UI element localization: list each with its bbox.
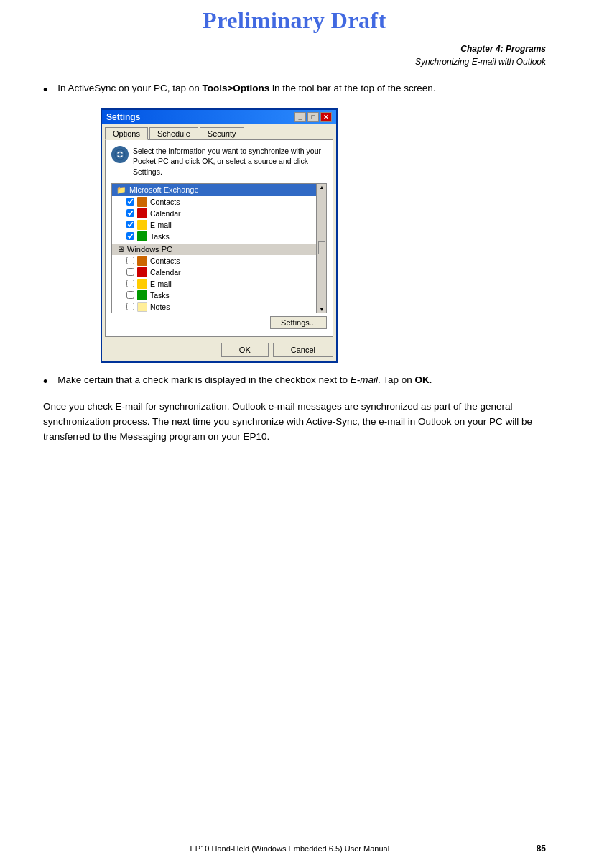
page-footer: EP10 Hand-Held (Windows Embedded 6.5) Us… <box>0 839 589 854</box>
dialog-tabs: Options Schedule Security <box>102 124 336 139</box>
win-dialog: Settings _ □ ✕ Options Schedule Security <box>101 108 338 363</box>
exchange-calendar: Calendar <box>112 208 316 219</box>
group-pc-label: Windows PC <box>127 245 172 254</box>
bullet2-text-after: . Tap on <box>378 374 415 385</box>
pc-calendar: Calendar <box>112 267 316 278</box>
pc-email: E-mail <box>112 278 316 290</box>
exchange-contacts-checkbox[interactable] <box>126 198 134 206</box>
bullet1-bold: Tools>Options <box>202 83 269 93</box>
bullet2-text-end: . <box>430 374 432 385</box>
dialog-buttons: OK Cancel <box>102 340 336 361</box>
close-button[interactable]: ✕ <box>320 112 332 122</box>
bullet-text-1: In ActiveSync on your PC, tap on Tools>O… <box>57 81 546 96</box>
pc-notes: Notes <box>112 301 316 313</box>
exchange-calendar-label: Calendar <box>150 209 181 218</box>
sync-list: 📁 Microsoft Exchange Contacts Calendar <box>111 183 317 313</box>
exchange-email-label: E-mail <box>150 221 172 229</box>
contacts-icon <box>137 197 147 207</box>
folder-icon-pc: 🖥 <box>116 245 124 254</box>
pc-email-checkbox[interactable] <box>126 280 134 287</box>
bullet-dot-2: • <box>43 374 47 390</box>
body-paragraph: Once you check E-mail for synchronizatio… <box>43 400 546 445</box>
bullet2-text-before: Make certain that a check mark is displa… <box>57 374 350 385</box>
bullet1-text-after: in the tool bar at the top of the screen… <box>269 83 435 93</box>
group-windows-pc: 🖥 Windows PC <box>112 244 316 255</box>
footer-page-number: 85 <box>537 844 546 854</box>
email-icon <box>137 220 147 230</box>
exchange-email-checkbox[interactable] <box>126 221 134 228</box>
scroll-thumb[interactable] <box>318 241 325 254</box>
exchange-calendar-checkbox[interactable] <box>126 209 134 217</box>
sync-list-wrapper: 📁 Microsoft Exchange Contacts Calendar <box>111 183 327 313</box>
pc-tasks-label: Tasks <box>150 291 170 300</box>
tab-options[interactable]: Options <box>105 127 148 140</box>
pc-notes-label: Notes <box>150 303 170 311</box>
settings-btn-area: Settings... <box>111 313 327 331</box>
pc-email-icon <box>137 279 147 289</box>
pc-contacts-label: Contacts <box>150 257 180 265</box>
page: Preliminary Draft Chapter 4: Programs Sy… <box>0 0 589 868</box>
exchange-tasks-label: Tasks <box>150 232 170 241</box>
settings-button[interactable]: Settings... <box>270 316 327 329</box>
scroll-down-arrow[interactable]: ▼ <box>320 307 325 312</box>
tasks-icon <box>137 231 147 241</box>
minimize-button[interactable]: _ <box>294 112 306 122</box>
pc-contacts: Contacts <box>112 255 316 267</box>
info-text-area: Select the information you want to synch… <box>111 146 327 177</box>
bullet1-text-before: In ActiveSync on your PC, tap on <box>57 83 202 93</box>
chapter-line1: Chapter 4: Programs <box>43 42 546 55</box>
pc-tasks-checkbox[interactable] <box>126 291 134 299</box>
bullet2-bold: OK <box>415 374 430 385</box>
exchange-contacts: Contacts <box>112 196 316 208</box>
maximize-button[interactable]: □ <box>307 112 319 122</box>
tab-security[interactable]: Security <box>200 127 244 139</box>
group-exchange-label: Microsoft Exchange <box>129 185 199 194</box>
pc-calendar-checkbox[interactable] <box>126 268 134 276</box>
exchange-tasks: Tasks <box>112 231 316 242</box>
pc-email-label: E-mail <box>150 280 172 288</box>
title-area: Preliminary Draft <box>43 0 546 37</box>
pc-contacts-icon <box>137 256 147 266</box>
folder-icon-exchange: 📁 <box>116 185 126 195</box>
bullet-text-2: Make certain that a check mark is displa… <box>57 373 546 387</box>
info-icon <box>111 146 129 163</box>
pc-notes-icon <box>137 302 147 312</box>
calendar-icon <box>137 208 147 218</box>
exchange-contacts-label: Contacts <box>150 198 180 206</box>
exchange-email: E-mail <box>112 219 316 231</box>
svg-point-0 <box>115 149 125 160</box>
ok-button[interactable]: OK <box>221 343 269 357</box>
dialog-title: Settings <box>106 112 140 122</box>
scrollbar: ▲ ▼ <box>317 183 327 313</box>
bullet-item-2: • Make certain that a check mark is disp… <box>43 373 546 390</box>
bullet-dot-1: • <box>43 83 47 98</box>
tab-schedule[interactable]: Schedule <box>149 127 198 139</box>
win-titlebar: Settings _ □ ✕ <box>102 110 336 124</box>
bullet2-italic: E-mail <box>351 374 378 385</box>
cancel-button[interactable]: Cancel <box>273 343 333 357</box>
exchange-tasks-checkbox[interactable] <box>126 232 134 240</box>
titlebar-buttons: _ □ ✕ <box>294 112 332 122</box>
pc-tasks: Tasks <box>112 290 316 301</box>
footer-center: EP10 Hand-Held (Windows Embedded 6.5) Us… <box>43 844 537 853</box>
scroll-up-arrow[interactable]: ▲ <box>320 185 325 190</box>
pc-notes-checkbox[interactable] <box>126 303 134 310</box>
chapter-header: Chapter 4: Programs Synchronizing E-mail… <box>43 42 546 68</box>
pc-calendar-label: Calendar <box>150 268 181 277</box>
pc-calendar-icon <box>137 267 147 277</box>
settings-dialog-screenshot: Settings _ □ ✕ Options Schedule Security <box>101 108 338 363</box>
pc-tasks-icon <box>137 290 147 300</box>
page-title: Preliminary Draft <box>43 7 546 34</box>
info-text: Select the information you want to synch… <box>133 146 327 177</box>
chapter-line2: Synchronizing E-mail with Outlook <box>43 55 546 68</box>
bullet-item-1: • In ActiveSync on your PC, tap on Tools… <box>43 81 546 98</box>
dialog-content: Select the information you want to synch… <box>105 139 333 337</box>
pc-contacts-checkbox[interactable] <box>126 257 134 264</box>
group-ms-exchange: 📁 Microsoft Exchange <box>112 184 316 196</box>
